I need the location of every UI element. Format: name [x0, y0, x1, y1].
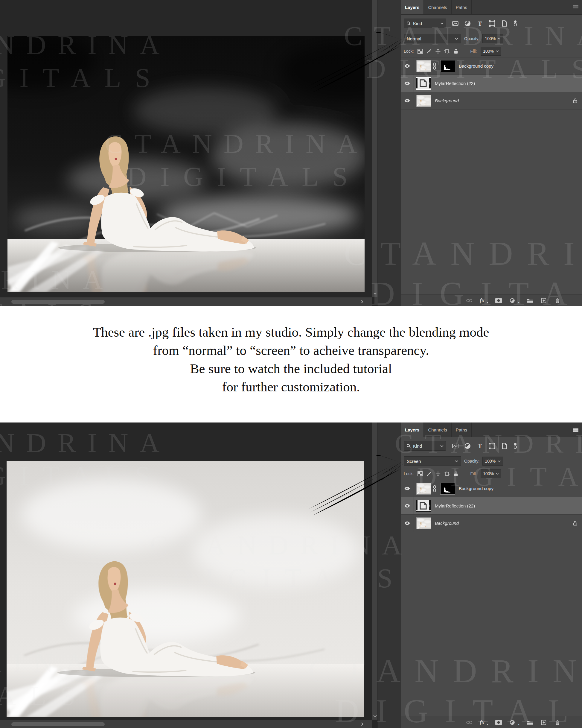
panel-footer-toolbar: fx▾ ▾: [401, 294, 582, 306]
lock-all-icon[interactable]: [453, 471, 458, 476]
filter-kind-dropdown[interactable]: Kind: [404, 441, 446, 451]
layer-row-background[interactable]: Background: [401, 515, 582, 532]
tab-paths[interactable]: Paths: [452, 422, 472, 437]
lock-all-icon[interactable]: [453, 49, 458, 54]
instruction-text: These are .jpg files taken in my studio.…: [0, 323, 582, 396]
fx-dropdown-caret: ▾: [487, 301, 488, 304]
new-group-icon[interactable]: [527, 298, 533, 303]
opacity-value-dropdown[interactable]: 100%: [482, 457, 503, 466]
layer-style-fx-icon[interactable]: fx: [480, 719, 484, 726]
photoshop-screenshot-screen: Layers Channels Paths Kind Screen Opacit: [0, 422, 582, 728]
visibility-toggle[interactable]: [401, 515, 414, 532]
chevron-down-icon: [498, 38, 501, 40]
new-group-icon[interactable]: [527, 720, 533, 725]
photoshop-screenshot-normal: Layers Channels Paths Kind Normal Opacit: [0, 0, 582, 306]
blend-mode-dropdown[interactable]: Normal: [404, 34, 461, 43]
instruction-line: Be sure to watch the included tutorial: [0, 360, 582, 378]
mask-link-icon[interactable]: [433, 62, 436, 70]
lock-paint-icon[interactable]: [426, 471, 431, 476]
lock-artboard-icon[interactable]: [444, 49, 450, 54]
scroll-right-icon[interactable]: [361, 722, 363, 726]
fill-value-dropdown[interactable]: 100%: [481, 47, 501, 56]
scroll-down-icon[interactable]: [373, 292, 377, 295]
layer-row-background-copy[interactable]: Background copy: [401, 480, 582, 497]
layer-mask-thumbnail[interactable]: [440, 483, 455, 495]
opacity-value-dropdown[interactable]: 100%: [482, 34, 503, 43]
new-layer-icon[interactable]: [540, 720, 547, 725]
hand-drawn-arrow: [309, 31, 407, 94]
link-layers-icon[interactable]: [466, 720, 473, 725]
horizontal-scrollbar[interactable]: [0, 720, 372, 728]
layer-row-mylarreflection[interactable]: MylarReflection (22): [401, 497, 582, 515]
fill-value-dropdown[interactable]: 100%: [481, 469, 501, 478]
lock-transparency-icon[interactable]: [418, 471, 423, 476]
layer-thumbnail[interactable]: [416, 500, 431, 512]
lock-artboard-icon[interactable]: [444, 471, 450, 476]
search-icon: [406, 444, 411, 448]
blend-mode-row: Normal Opacity: 100%: [401, 32, 582, 45]
delete-layer-icon[interactable]: [554, 298, 561, 303]
panel-menu-icon[interactable]: [573, 428, 578, 432]
horizontal-scrollbar[interactable]: [0, 297, 372, 306]
layer-row-background[interactable]: Background: [401, 92, 582, 109]
tab-channels[interactable]: Channels: [424, 0, 451, 15]
layer-thumbnail[interactable]: [416, 483, 431, 495]
lock-paint-icon[interactable]: [426, 49, 431, 54]
shape-layer-filter-icon[interactable]: [489, 443, 495, 449]
blend-mode-dropdown[interactable]: Screen: [404, 456, 461, 466]
adjustment-layer-filter-icon[interactable]: [465, 20, 471, 27]
scrollbar-thumb[interactable]: [11, 722, 105, 726]
delete-layer-icon[interactable]: [554, 720, 561, 725]
filter-toggle-icon[interactable]: [513, 20, 517, 26]
layer-row-background-copy[interactable]: Background copy: [401, 57, 582, 75]
pixel-layer-filter-icon[interactable]: [452, 20, 458, 27]
shape-layer-filter-icon[interactable]: [489, 20, 495, 27]
layer-thumbnail[interactable]: [416, 517, 431, 529]
new-adjustment-layer-icon[interactable]: [509, 298, 515, 303]
filter-toggle-icon[interactable]: [513, 443, 517, 449]
new-adjustment-layer-icon[interactable]: [509, 720, 515, 725]
smart-object-filter-icon[interactable]: [501, 443, 507, 449]
filter-kind-label: Kind: [413, 443, 422, 448]
pixel-layer-filter-icon[interactable]: [452, 443, 458, 449]
tab-channels[interactable]: Channels: [424, 422, 451, 437]
visibility-toggle[interactable]: [401, 92, 414, 109]
link-layers-icon[interactable]: [466, 298, 473, 303]
smart-object-filter-icon[interactable]: [501, 20, 507, 27]
type-layer-filter-icon[interactable]: [477, 20, 483, 27]
chevron-down-icon: [498, 460, 501, 462]
layer-style-fx-icon[interactable]: fx: [480, 297, 484, 304]
chevron-down-icon: [496, 473, 499, 474]
panel-menu-icon[interactable]: [573, 5, 578, 9]
layer-row-mylarreflection[interactable]: MylarReflection (22): [401, 75, 582, 92]
mask-link-icon[interactable]: [433, 485, 436, 492]
adjustment-layer-filter-icon[interactable]: [465, 443, 471, 449]
layer-thumbnail[interactable]: [416, 60, 431, 72]
layer-name: Background copy: [459, 486, 494, 491]
add-layer-mask-icon[interactable]: [495, 298, 502, 303]
scroll-down-icon[interactable]: [373, 715, 377, 717]
tab-layers[interactable]: Layers: [401, 422, 424, 437]
panel-tab-bar: Layers Channels Paths: [401, 0, 582, 15]
lock-transparency-icon[interactable]: [418, 49, 423, 54]
opacity-value: 100%: [485, 36, 496, 41]
tab-layers[interactable]: Layers: [401, 0, 424, 15]
chevron-down-icon: [455, 38, 458, 40]
eye-icon: [404, 521, 410, 525]
filter-kind-dropdown[interactable]: Kind: [404, 19, 446, 28]
opacity-label: Opacity:: [464, 459, 479, 464]
layers-panel: Layers Channels Paths Kind Normal Opacit: [401, 0, 582, 306]
lock-position-icon[interactable]: [435, 471, 441, 476]
tab-channels-label: Channels: [428, 427, 447, 432]
scrollbar-thumb[interactable]: [11, 300, 105, 304]
add-layer-mask-icon[interactable]: [495, 720, 502, 725]
tab-paths[interactable]: Paths: [452, 0, 472, 15]
scroll-right-icon[interactable]: [361, 300, 363, 304]
layer-thumbnail[interactable]: [416, 77, 431, 90]
lock-position-icon[interactable]: [435, 49, 441, 54]
layer-mask-thumbnail[interactable]: [440, 60, 455, 72]
layer-thumbnail[interactable]: [416, 95, 431, 107]
tab-paths-label: Paths: [456, 427, 467, 432]
new-layer-icon[interactable]: [540, 298, 547, 303]
type-layer-filter-icon[interactable]: [477, 443, 483, 449]
